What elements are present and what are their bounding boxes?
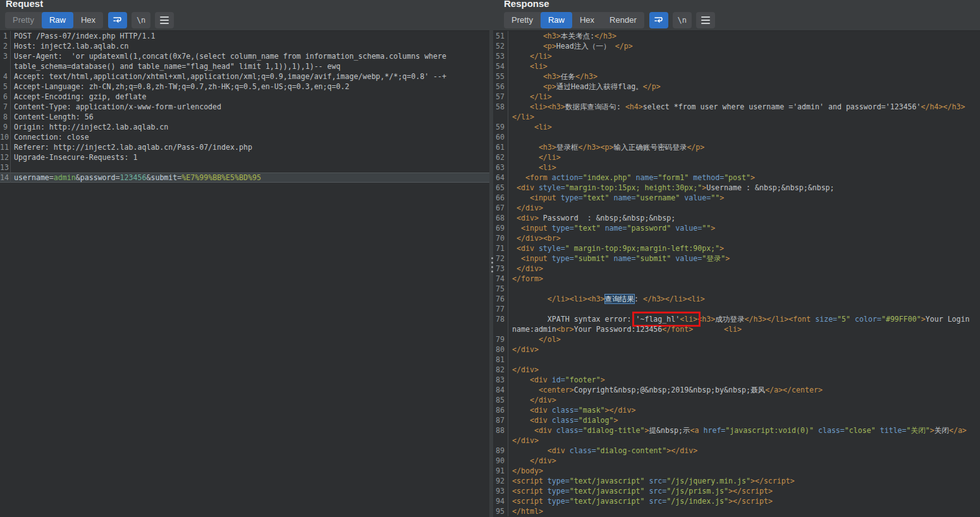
line-number: 53 (493, 51, 508, 61)
line-number (493, 324, 508, 334)
code-row: 78 XPATH syntax error: '~flag_hl'<li><h3… (493, 314, 980, 324)
code-row: 58 <li><h3>数据库查询语句: <h4>select *from use… (493, 102, 980, 112)
code-line: <li> (512, 162, 980, 173)
code-token: Upgrade-Insecure-Requests: 1 (14, 153, 137, 162)
code-row: 63 <li> (493, 162, 980, 173)
code-line: <div class="dialog-title">提&nbsp;示<a hre… (512, 425, 980, 435)
request-editor[interactable]: 1POST /Pass-07/index.php HTTP/1.12Host: … (0, 30, 489, 517)
code-token: </div> (530, 456, 556, 465)
request-panel-title: Request (6, 0, 43, 9)
code-row: 79 </ol> (493, 334, 980, 344)
code-token (512, 295, 548, 303)
code-row: 52 <p>Head注入（一） </p> (493, 41, 980, 51)
tab-pretty[interactable]: Pretty (504, 12, 541, 28)
line-number: 77 (493, 304, 508, 314)
code-token (512, 193, 530, 202)
code-line (512, 284, 980, 294)
code-token: <script (512, 497, 548, 506)
code-row: 8Content-Length: 56 (0, 112, 489, 122)
line-number: 85 (493, 395, 508, 405)
code-line: <p>Head注入（一） </p> (512, 41, 980, 51)
code-token: name= (635, 173, 658, 182)
code-line: </div> (512, 344, 980, 355)
code-token: name= (614, 254, 636, 263)
code-token: style= (539, 183, 565, 192)
response-editor[interactable]: 51 <h3>本关考点:</h3>52 <p>Head注入（一） </p>53 … (493, 30, 980, 517)
code-token (512, 396, 530, 404)
code-token: </h3> (744, 315, 766, 324)
tab-raw[interactable]: Raw (42, 12, 73, 28)
code-token: </div> (517, 204, 543, 212)
wrap-toggle-button[interactable] (649, 12, 668, 28)
response-tool-buttons: \n (649, 12, 715, 28)
code-token (512, 315, 548, 324)
code-token: class= (570, 446, 596, 455)
tab-hex[interactable]: Hex (572, 12, 602, 28)
code-token: <h4> (625, 102, 643, 111)
code-token: type= (548, 487, 570, 496)
newline-toggle-button[interactable]: \n (132, 12, 150, 28)
code-row: 56 <p>通过Head注入获得flag。</p> (493, 82, 980, 92)
code-token: "submit" (635, 254, 671, 263)
code-token: class= (552, 416, 579, 425)
tab-hex[interactable]: Hex (73, 12, 103, 28)
code-line: username=admin&password=123456&submit=%E… (14, 173, 489, 183)
code-row: 92<script type="text/javascript" src="/j… (493, 476, 980, 486)
code-token (512, 173, 525, 182)
line-number: 72 (493, 253, 508, 264)
wrap-toggle-button[interactable] (108, 12, 127, 28)
code-token: type= (548, 477, 570, 485)
code-token: <script (512, 477, 548, 485)
code-token: </a> (765, 386, 783, 394)
tab-pretty[interactable]: Pretty (5, 12, 42, 28)
code-row: 82</div> (493, 365, 980, 375)
code-row: 3User-Agent: 'or updatexml(1,concat(0x7e… (0, 51, 489, 61)
code-line: XPATH syntax error: '~flag_hl'<li><h3>成功… (512, 314, 980, 324)
editor-menu-button[interactable] (696, 12, 715, 28)
line-number: 55 (493, 71, 508, 82)
hamburger-icon (701, 16, 710, 24)
newline-toggle-button[interactable]: \n (673, 12, 692, 28)
code-token: </p> (643, 82, 661, 91)
code-line: <div style="margin-top:15px; height:30px… (512, 183, 980, 193)
code-token (609, 254, 614, 263)
line-number: 76 (493, 294, 508, 304)
code-row: 2Host: inject2.lab.aqlab.cn (0, 41, 489, 51)
code-token (512, 456, 530, 465)
code-token: "footer" (565, 375, 601, 384)
code-row: 1POST /Pass-07/index.php HTTP/1.1 (0, 31, 489, 41)
line-number: 58 (493, 102, 508, 112)
code-row: 14username=admin&password=123456&submit=… (0, 173, 489, 183)
code-line (512, 304, 980, 314)
code-token: Copyright&nbsp;@&nbsp;2019&nbsp;by&nbsp;… (574, 386, 765, 394)
line-number: 13 (0, 162, 11, 173)
code-row: 85 </div> (493, 395, 980, 405)
line-number: 92 (493, 476, 508, 486)
code-token: Password : &nbsp;&nbsp;&nbsp; (539, 214, 675, 222)
code-row: 69 <input type="text" name="password" va… (493, 223, 980, 233)
code-line: <input type="text" name="username" value… (512, 193, 980, 203)
code-row: </div> (493, 435, 980, 446)
code-token: > (720, 244, 724, 253)
line-number: 1 (0, 31, 11, 41)
code-token: select *from user where username ='admin… (643, 102, 921, 111)
editor-menu-button[interactable] (155, 12, 174, 28)
code-token: "text/javascript" (570, 477, 645, 485)
line-number: 91 (493, 466, 508, 476)
code-line: User-Agent: 'or updatexml(1,concat(0x7e,… (14, 51, 489, 61)
code-token: <form (525, 173, 552, 182)
tab-raw[interactable]: Raw (541, 12, 572, 28)
code-token: POST /Pass-07/index.php HTTP/1.1 (14, 32, 155, 40)
code-line: <div style=" margin-top:9px;margin-left:… (512, 243, 980, 253)
panel-splitter-handle[interactable] (491, 257, 494, 272)
code-token: <input (521, 254, 552, 263)
code-row: 7Content-Type: application/x-www-form-ur… (0, 102, 489, 112)
code-token: <li> (530, 102, 548, 111)
tab-render[interactable]: Render (602, 12, 644, 28)
code-token: </div> (517, 234, 543, 243)
code-token: <div (517, 244, 539, 253)
code-token (512, 32, 543, 40)
code-line: </div> (512, 264, 980, 274)
code-token: type= (548, 497, 570, 506)
request-view-tabs: Pretty Raw Hex (5, 12, 103, 28)
